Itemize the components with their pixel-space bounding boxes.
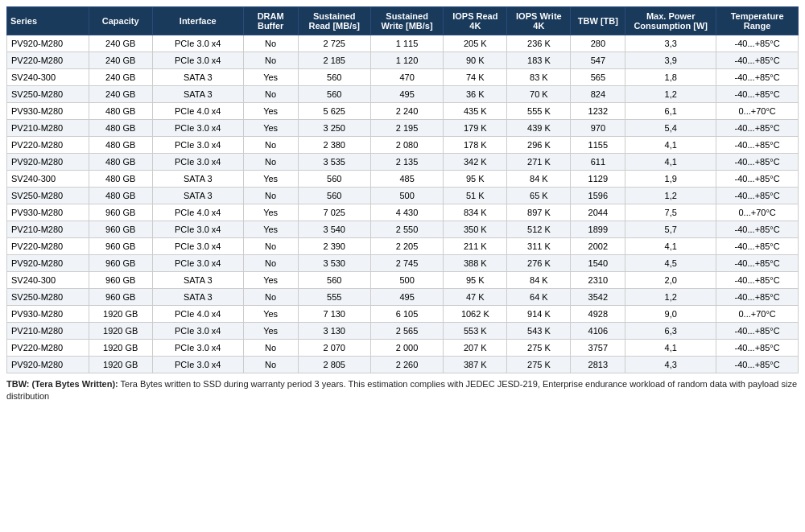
table-row: PV210-M280960 GBPCIe 3.0 x4Yes3 5402 550… bbox=[7, 221, 799, 238]
cell-capacity: 480 GB bbox=[89, 188, 152, 204]
cell-sus_read: 7 025 bbox=[298, 204, 370, 221]
cell-temp: -40...+85°C bbox=[716, 357, 799, 373]
cell-temp: -40...+85°C bbox=[716, 289, 799, 306]
cell-tbw: 2813 bbox=[571, 357, 625, 373]
cell-dram: No bbox=[243, 154, 298, 171]
table-row: PV220-M280480 GBPCIe 3.0 x4No2 3802 0801… bbox=[7, 137, 799, 154]
cell-series: PV920-M280 bbox=[7, 35, 89, 52]
cell-sus_read: 560 bbox=[298, 188, 370, 204]
cell-interface: PCIe 3.0 x4 bbox=[152, 238, 243, 255]
cell-iops_read: 342 K bbox=[444, 154, 507, 171]
cell-interface: PCIe 3.0 x4 bbox=[152, 52, 243, 69]
cell-iops_write: 275 K bbox=[507, 357, 571, 373]
cell-iops_write: 512 K bbox=[507, 221, 571, 238]
cell-iops_write: 64 K bbox=[507, 289, 571, 306]
cell-series: PV930-M280 bbox=[7, 306, 89, 323]
cell-interface: SATA 3 bbox=[152, 289, 243, 306]
cell-sus_write: 500 bbox=[370, 272, 443, 289]
cell-interface: PCIe 3.0 x4 bbox=[152, 120, 243, 137]
cell-interface: PCIe 3.0 x4 bbox=[152, 340, 243, 357]
cell-sus_write: 2 745 bbox=[370, 255, 443, 272]
cell-temp: -40...+85°C bbox=[716, 323, 799, 340]
table-row: PV210-M2801920 GBPCIe 3.0 x4Yes3 1302 56… bbox=[7, 323, 799, 340]
cell-sus_write: 500 bbox=[370, 188, 443, 204]
cell-interface: SATA 3 bbox=[152, 86, 243, 103]
specs-table: SeriesCapacityInterfaceDRAM BufferSustai… bbox=[6, 6, 799, 373]
cell-tbw: 280 bbox=[571, 35, 625, 52]
cell-interface: PCIe 3.0 x4 bbox=[152, 137, 243, 154]
cell-interface: PCIe 3.0 x4 bbox=[152, 221, 243, 238]
cell-capacity: 1920 GB bbox=[89, 306, 152, 323]
cell-tbw: 3542 bbox=[571, 289, 625, 306]
cell-tbw: 1129 bbox=[571, 171, 625, 188]
table-row: SV240-300960 GBSATA 3Yes56050095 K84 K23… bbox=[7, 272, 799, 289]
table-row: PV920-M280240 GBPCIe 3.0 x4No2 7251 1152… bbox=[7, 35, 799, 52]
cell-power: 1,8 bbox=[625, 69, 716, 86]
cell-dram: Yes bbox=[243, 323, 298, 340]
cell-capacity: 960 GB bbox=[89, 255, 152, 272]
cell-sus_read: 3 540 bbox=[298, 221, 370, 238]
cell-iops_write: 65 K bbox=[507, 188, 571, 204]
cell-series: PV920-M280 bbox=[7, 357, 89, 373]
cell-tbw: 2310 bbox=[571, 272, 625, 289]
cell-dram: No bbox=[243, 86, 298, 103]
cell-iops_read: 207 K bbox=[444, 340, 507, 357]
cell-dram: Yes bbox=[243, 306, 298, 323]
cell-sus_read: 560 bbox=[298, 272, 370, 289]
cell-temp: 0...+70°C bbox=[716, 306, 799, 323]
cell-sus_read: 2 070 bbox=[298, 340, 370, 357]
cell-iops_write: 296 K bbox=[507, 137, 571, 154]
cell-iops_write: 543 K bbox=[507, 323, 571, 340]
cell-sus_read: 2 185 bbox=[298, 52, 370, 69]
table-row: SV250-M280960 GBSATA 3No55549547 K64 K35… bbox=[7, 289, 799, 306]
cell-dram: No bbox=[243, 238, 298, 255]
cell-sus_write: 495 bbox=[370, 86, 443, 103]
cell-tbw: 970 bbox=[571, 120, 625, 137]
cell-iops_read: 435 K bbox=[444, 103, 507, 120]
cell-iops_write: 84 K bbox=[507, 171, 571, 188]
cell-power: 4,5 bbox=[625, 255, 716, 272]
cell-iops_read: 36 K bbox=[444, 86, 507, 103]
cell-series: SV240-300 bbox=[7, 171, 89, 188]
cell-power: 1,2 bbox=[625, 86, 716, 103]
cell-series: PV220-M280 bbox=[7, 52, 89, 69]
cell-sus_write: 470 bbox=[370, 69, 443, 86]
cell-tbw: 3757 bbox=[571, 340, 625, 357]
cell-series: SV250-M280 bbox=[7, 188, 89, 204]
cell-series: SV250-M280 bbox=[7, 86, 89, 103]
col-header-series: Series bbox=[7, 7, 89, 35]
cell-capacity: 1920 GB bbox=[89, 340, 152, 357]
cell-power: 4,1 bbox=[625, 137, 716, 154]
cell-iops_write: 276 K bbox=[507, 255, 571, 272]
cell-power: 5,7 bbox=[625, 221, 716, 238]
cell-temp: -40...+85°C bbox=[716, 154, 799, 171]
cell-dram: Yes bbox=[243, 69, 298, 86]
cell-dram: Yes bbox=[243, 103, 298, 120]
cell-temp: -40...+85°C bbox=[716, 340, 799, 357]
cell-capacity: 480 GB bbox=[89, 137, 152, 154]
cell-capacity: 480 GB bbox=[89, 103, 152, 120]
table-row: PV920-M2801920 GBPCIe 3.0 x4No2 8052 260… bbox=[7, 357, 799, 373]
cell-power: 1,2 bbox=[625, 289, 716, 306]
col-header-power: Max. Power Consumption [W] bbox=[625, 7, 716, 35]
cell-sus_write: 2 205 bbox=[370, 238, 443, 255]
cell-dram: Yes bbox=[243, 221, 298, 238]
cell-temp: -40...+85°C bbox=[716, 221, 799, 238]
cell-series: SV240-300 bbox=[7, 69, 89, 86]
cell-dram: No bbox=[243, 52, 298, 69]
cell-sus_write: 2 260 bbox=[370, 357, 443, 373]
cell-sus_read: 560 bbox=[298, 69, 370, 86]
cell-capacity: 480 GB bbox=[89, 154, 152, 171]
cell-iops_write: 555 K bbox=[507, 103, 571, 120]
cell-sus_read: 7 130 bbox=[298, 306, 370, 323]
cell-capacity: 960 GB bbox=[89, 238, 152, 255]
cell-sus_write: 1 120 bbox=[370, 52, 443, 69]
cell-capacity: 480 GB bbox=[89, 120, 152, 137]
cell-iops_read: 95 K bbox=[444, 272, 507, 289]
cell-series: PV220-M280 bbox=[7, 340, 89, 357]
cell-sus_read: 560 bbox=[298, 171, 370, 188]
cell-interface: SATA 3 bbox=[152, 272, 243, 289]
cell-sus_read: 3 250 bbox=[298, 120, 370, 137]
cell-interface: PCIe 3.0 x4 bbox=[152, 35, 243, 52]
col-header-interface: Interface bbox=[152, 7, 243, 35]
